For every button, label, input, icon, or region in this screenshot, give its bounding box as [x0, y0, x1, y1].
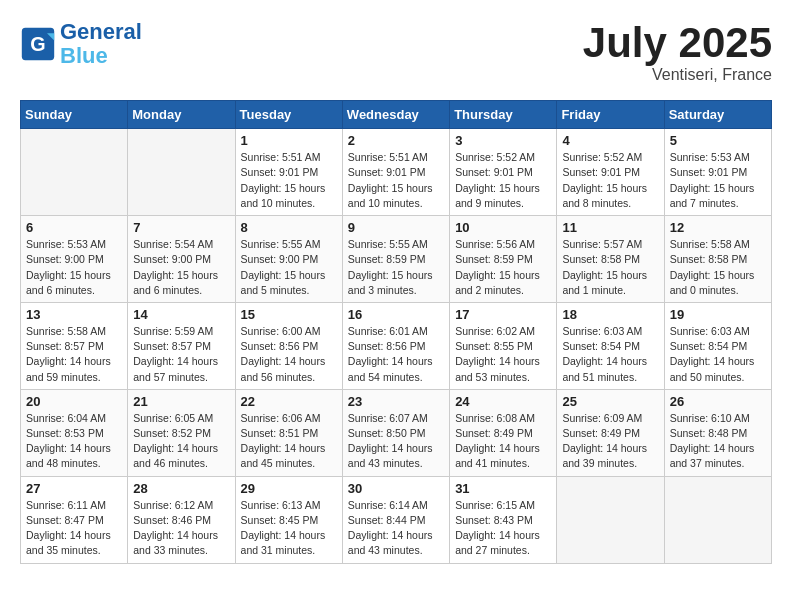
- calendar-cell: 12Sunrise: 5:58 AMSunset: 8:58 PMDayligh…: [664, 216, 771, 303]
- calendar-cell: 15Sunrise: 6:00 AMSunset: 8:56 PMDayligh…: [235, 302, 342, 389]
- day-number: 1: [241, 133, 337, 148]
- calendar-cell: [128, 129, 235, 216]
- day-number: 5: [670, 133, 766, 148]
- calendar-cell: [664, 476, 771, 563]
- calendar-cell: 5Sunrise: 5:53 AMSunset: 9:01 PMDaylight…: [664, 129, 771, 216]
- calendar-cell: 23Sunrise: 6:07 AMSunset: 8:50 PMDayligh…: [342, 389, 449, 476]
- day-info: Sunrise: 6:10 AMSunset: 8:48 PMDaylight:…: [670, 411, 766, 472]
- calendar-cell: 20Sunrise: 6:04 AMSunset: 8:53 PMDayligh…: [21, 389, 128, 476]
- calendar-cell: 26Sunrise: 6:10 AMSunset: 8:48 PMDayligh…: [664, 389, 771, 476]
- calendar-cell: 4Sunrise: 5:52 AMSunset: 9:01 PMDaylight…: [557, 129, 664, 216]
- calendar-cell: 24Sunrise: 6:08 AMSunset: 8:49 PMDayligh…: [450, 389, 557, 476]
- day-number: 26: [670, 394, 766, 409]
- logo-icon: G: [20, 26, 56, 62]
- calendar-cell: 14Sunrise: 5:59 AMSunset: 8:57 PMDayligh…: [128, 302, 235, 389]
- logo: G General Blue: [20, 20, 142, 68]
- day-info: Sunrise: 6:14 AMSunset: 8:44 PMDaylight:…: [348, 498, 444, 559]
- weekday-header: Tuesday: [235, 101, 342, 129]
- day-info: Sunrise: 6:13 AMSunset: 8:45 PMDaylight:…: [241, 498, 337, 559]
- day-number: 7: [133, 220, 229, 235]
- day-number: 20: [26, 394, 122, 409]
- calendar-cell: 13Sunrise: 5:58 AMSunset: 8:57 PMDayligh…: [21, 302, 128, 389]
- calendar-cell: 11Sunrise: 5:57 AMSunset: 8:58 PMDayligh…: [557, 216, 664, 303]
- weekday-header: Monday: [128, 101, 235, 129]
- day-info: Sunrise: 6:05 AMSunset: 8:52 PMDaylight:…: [133, 411, 229, 472]
- calendar-cell: 29Sunrise: 6:13 AMSunset: 8:45 PMDayligh…: [235, 476, 342, 563]
- day-number: 3: [455, 133, 551, 148]
- weekday-header: Sunday: [21, 101, 128, 129]
- calendar-cell: 25Sunrise: 6:09 AMSunset: 8:49 PMDayligh…: [557, 389, 664, 476]
- day-number: 12: [670, 220, 766, 235]
- day-number: 11: [562, 220, 658, 235]
- day-number: 31: [455, 481, 551, 496]
- day-number: 23: [348, 394, 444, 409]
- weekday-header-row: SundayMondayTuesdayWednesdayThursdayFrid…: [21, 101, 772, 129]
- calendar-cell: 19Sunrise: 6:03 AMSunset: 8:54 PMDayligh…: [664, 302, 771, 389]
- day-number: 24: [455, 394, 551, 409]
- calendar-cell: 28Sunrise: 6:12 AMSunset: 8:46 PMDayligh…: [128, 476, 235, 563]
- day-number: 19: [670, 307, 766, 322]
- day-number: 29: [241, 481, 337, 496]
- day-info: Sunrise: 6:08 AMSunset: 8:49 PMDaylight:…: [455, 411, 551, 472]
- calendar-cell: 2Sunrise: 5:51 AMSunset: 9:01 PMDaylight…: [342, 129, 449, 216]
- day-number: 13: [26, 307, 122, 322]
- calendar-week-row: 27Sunrise: 6:11 AMSunset: 8:47 PMDayligh…: [21, 476, 772, 563]
- day-number: 14: [133, 307, 229, 322]
- day-info: Sunrise: 6:07 AMSunset: 8:50 PMDaylight:…: [348, 411, 444, 472]
- day-info: Sunrise: 6:15 AMSunset: 8:43 PMDaylight:…: [455, 498, 551, 559]
- day-number: 2: [348, 133, 444, 148]
- weekday-header: Friday: [557, 101, 664, 129]
- day-number: 10: [455, 220, 551, 235]
- day-number: 30: [348, 481, 444, 496]
- calendar-cell: 9Sunrise: 5:55 AMSunset: 8:59 PMDaylight…: [342, 216, 449, 303]
- calendar-cell: 7Sunrise: 5:54 AMSunset: 9:00 PMDaylight…: [128, 216, 235, 303]
- calendar-week-row: 20Sunrise: 6:04 AMSunset: 8:53 PMDayligh…: [21, 389, 772, 476]
- logo-text: General Blue: [60, 20, 142, 68]
- calendar-cell: 18Sunrise: 6:03 AMSunset: 8:54 PMDayligh…: [557, 302, 664, 389]
- day-info: Sunrise: 5:52 AMSunset: 9:01 PMDaylight:…: [455, 150, 551, 211]
- day-info: Sunrise: 6:06 AMSunset: 8:51 PMDaylight:…: [241, 411, 337, 472]
- day-info: Sunrise: 5:56 AMSunset: 8:59 PMDaylight:…: [455, 237, 551, 298]
- calendar-cell: 27Sunrise: 6:11 AMSunset: 8:47 PMDayligh…: [21, 476, 128, 563]
- location: Ventiseri, France: [583, 66, 772, 84]
- day-number: 21: [133, 394, 229, 409]
- day-info: Sunrise: 6:11 AMSunset: 8:47 PMDaylight:…: [26, 498, 122, 559]
- day-number: 6: [26, 220, 122, 235]
- day-info: Sunrise: 6:03 AMSunset: 8:54 PMDaylight:…: [670, 324, 766, 385]
- day-number: 17: [455, 307, 551, 322]
- calendar-cell: 22Sunrise: 6:06 AMSunset: 8:51 PMDayligh…: [235, 389, 342, 476]
- day-info: Sunrise: 5:51 AMSunset: 9:01 PMDaylight:…: [241, 150, 337, 211]
- weekday-header: Wednesday: [342, 101, 449, 129]
- calendar-cell: 1Sunrise: 5:51 AMSunset: 9:01 PMDaylight…: [235, 129, 342, 216]
- calendar-week-row: 6Sunrise: 5:53 AMSunset: 9:00 PMDaylight…: [21, 216, 772, 303]
- weekday-header: Thursday: [450, 101, 557, 129]
- day-info: Sunrise: 5:59 AMSunset: 8:57 PMDaylight:…: [133, 324, 229, 385]
- day-info: Sunrise: 5:52 AMSunset: 9:01 PMDaylight:…: [562, 150, 658, 211]
- day-number: 4: [562, 133, 658, 148]
- calendar-cell: [557, 476, 664, 563]
- day-number: 9: [348, 220, 444, 235]
- calendar-cell: 21Sunrise: 6:05 AMSunset: 8:52 PMDayligh…: [128, 389, 235, 476]
- day-info: Sunrise: 6:04 AMSunset: 8:53 PMDaylight:…: [26, 411, 122, 472]
- month-title: July 2025: [583, 20, 772, 66]
- day-info: Sunrise: 5:57 AMSunset: 8:58 PMDaylight:…: [562, 237, 658, 298]
- calendar-cell: 10Sunrise: 5:56 AMSunset: 8:59 PMDayligh…: [450, 216, 557, 303]
- day-info: Sunrise: 6:02 AMSunset: 8:55 PMDaylight:…: [455, 324, 551, 385]
- calendar-week-row: 13Sunrise: 5:58 AMSunset: 8:57 PMDayligh…: [21, 302, 772, 389]
- calendar-cell: [21, 129, 128, 216]
- page-header: G General Blue July 2025 Ventiseri, Fran…: [20, 20, 772, 84]
- day-info: Sunrise: 5:58 AMSunset: 8:57 PMDaylight:…: [26, 324, 122, 385]
- day-number: 8: [241, 220, 337, 235]
- title-block: July 2025 Ventiseri, France: [583, 20, 772, 84]
- calendar-cell: 31Sunrise: 6:15 AMSunset: 8:43 PMDayligh…: [450, 476, 557, 563]
- day-number: 25: [562, 394, 658, 409]
- calendar-week-row: 1Sunrise: 5:51 AMSunset: 9:01 PMDaylight…: [21, 129, 772, 216]
- calendar-table: SundayMondayTuesdayWednesdayThursdayFrid…: [20, 100, 772, 563]
- day-info: Sunrise: 6:12 AMSunset: 8:46 PMDaylight:…: [133, 498, 229, 559]
- day-info: Sunrise: 6:01 AMSunset: 8:56 PMDaylight:…: [348, 324, 444, 385]
- calendar-cell: 3Sunrise: 5:52 AMSunset: 9:01 PMDaylight…: [450, 129, 557, 216]
- day-info: Sunrise: 5:54 AMSunset: 9:00 PMDaylight:…: [133, 237, 229, 298]
- day-info: Sunrise: 5:53 AMSunset: 9:01 PMDaylight:…: [670, 150, 766, 211]
- calendar-cell: 6Sunrise: 5:53 AMSunset: 9:00 PMDaylight…: [21, 216, 128, 303]
- day-info: Sunrise: 6:09 AMSunset: 8:49 PMDaylight:…: [562, 411, 658, 472]
